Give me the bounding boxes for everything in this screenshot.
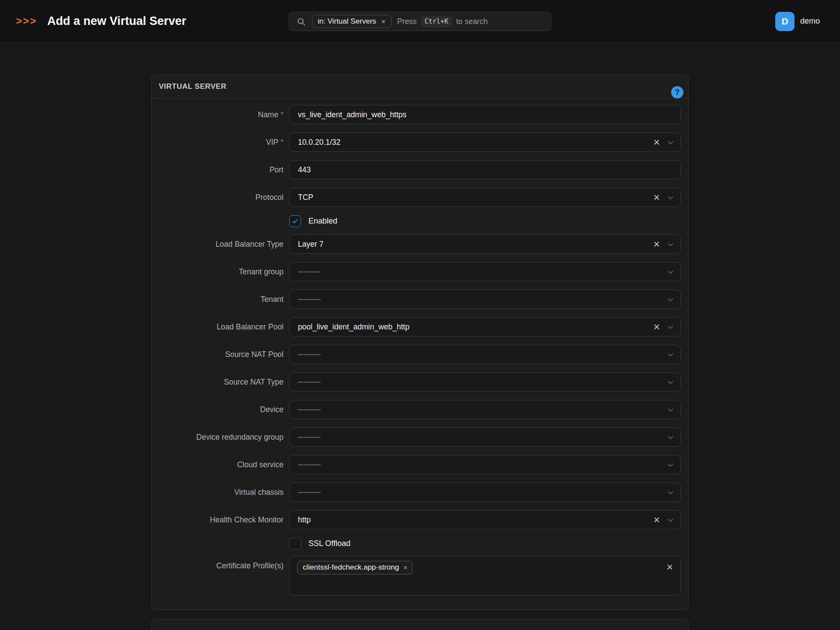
label-text: Source NAT Type [224,378,284,386]
page-title: Add a new Virtual Server [47,14,186,28]
tenant-group-select[interactable]: --------- [289,262,681,281]
clear-icon[interactable]: ✕ [652,240,662,248]
label-text: Source NAT Pool [225,350,284,359]
virtual-chassis-value: --------- [298,488,662,497]
health-check-monitor-select[interactable]: http ✕ [289,510,681,529]
label-text: Device [260,405,284,414]
main-content: ? VIRTUAL SERVER Name* VIP* 10.0.20.1/32… [0,75,840,630]
field-row-name: Name* [152,105,681,124]
clear-icon[interactable]: ✕ [652,193,662,202]
cloud-service-select[interactable]: --------- [289,455,681,474]
chevron-down-icon[interactable] [667,434,674,441]
help-icon[interactable]: ? [671,86,683,98]
chevron-down-icon[interactable] [667,296,674,303]
snat-type-select[interactable]: --------- [289,372,681,392]
remove-chip-icon[interactable]: ✕ [403,564,408,571]
chevron-down-icon[interactable] [667,241,674,248]
field-row-vip: VIP* 10.0.20.1/32 ✕ [152,133,681,152]
panel-title: VIRTUAL SERVER [152,75,688,98]
name-input[interactable] [289,105,681,124]
field-row-snat-pool: Source NAT Pool --------- [152,345,681,364]
chevron-down-icon[interactable] [667,461,674,469]
chevron-down-icon[interactable] [667,406,674,413]
field-row-tenant-group: Tenant group --------- [152,262,681,281]
label-text: VIP [266,138,278,147]
device-select[interactable]: --------- [289,400,681,419]
snat-type-value: --------- [298,378,662,387]
port-input[interactable] [289,160,681,179]
search-scope-chip[interactable]: in: Virtual Servers ✕ [312,15,392,28]
field-row-lb-pool: Load Balancer Pool pool_live_ident_admin… [152,317,681,336]
label-text: Load Balancer Pool [217,322,284,331]
field-label: Tenant [152,295,284,304]
health-check-monitor-value: http [298,515,652,525]
tenant-select[interactable]: --------- [289,290,681,309]
lb-pool-select[interactable]: pool_live_ident_admin_web_http ✕ [289,317,681,336]
chevron-down-icon[interactable] [667,323,674,331]
clear-all-icon[interactable]: ✕ [666,562,673,572]
field-row-health-check-monitor: Health Check Monitor http ✕ [152,510,681,529]
panel-body: Name* VIP* 10.0.20.1/32 ✕ Port Protocol [152,98,688,609]
field-label: Health Check Monitor [152,515,284,525]
certificate-profile-chip[interactable]: clientssl-fedcheck.app-strong ✕ [297,561,413,574]
remove-scope-icon[interactable]: ✕ [381,18,386,25]
label-text: Virtual chassis [234,488,284,497]
chevron-down-icon[interactable] [667,139,674,146]
search-scope-label: in: Virtual Servers [318,17,376,26]
certificate-profiles-multiselect[interactable]: clientssl-fedcheck.app-strong ✕ ✕ [289,556,681,595]
ssl-offload-label: SSL Offload [308,539,350,548]
protocol-select[interactable]: TCP ✕ [289,188,681,207]
label-text: Name [258,110,279,119]
field-label: Device redundancy group [152,433,284,442]
label-text: Health Check Monitor [210,515,284,524]
lb-pool-value: pool_live_ident_admin_web_http [298,322,652,332]
chevron-down-icon[interactable] [667,268,674,276]
chevron-down-icon[interactable] [667,489,674,496]
label-text: Protocol [256,193,284,202]
clear-icon[interactable]: ✕ [652,323,662,331]
lb-type-select[interactable]: Layer 7 ✕ [289,234,681,254]
chevron-down-icon[interactable] [667,194,674,201]
enabled-label: Enabled [308,217,337,226]
global-search-input[interactable]: in: Virtual Servers ✕ Press Ctrl+K to se… [289,12,551,31]
snat-pool-select[interactable]: --------- [289,345,681,364]
field-label: Device [152,405,284,414]
tenant-value: --------- [298,295,662,304]
device-redundancy-group-select[interactable]: --------- [289,427,681,447]
field-row-device: Device --------- [152,400,681,419]
field-row-lb-type: Load Balancer Type Layer 7 ✕ [152,234,681,254]
enabled-checkbox[interactable] [289,215,301,227]
clear-icon[interactable]: ✕ [652,138,662,147]
label-text: Port [270,165,284,174]
avatar[interactable]: D [775,12,794,31]
ssl-offload-checkbox[interactable] [289,538,301,550]
field-label: Cloud service [152,460,284,469]
search-hint-suffix: to search [456,17,488,26]
label-text: Cloud service [237,460,284,469]
snat-pool-value: --------- [298,350,662,359]
label-text: Tenant [260,295,284,304]
field-label: Name* [152,110,284,119]
field-row-snat-type: Source NAT Type --------- [152,372,681,392]
chevron-down-icon[interactable] [667,516,674,524]
clear-icon[interactable]: ✕ [652,516,662,524]
vip-select[interactable]: 10.0.20.1/32 ✕ [289,133,681,152]
device-value: --------- [298,405,662,414]
user-menu[interactable]: D demo [775,0,820,42]
field-label: Port [152,165,284,175]
chevron-down-icon[interactable] [667,378,674,386]
field-row-virtual-chassis: Virtual chassis --------- [152,483,681,502]
virtual-chassis-select[interactable]: --------- [289,483,681,502]
cloud-service-value: --------- [298,460,662,469]
tenant-group-value: --------- [298,267,662,276]
chevron-down-icon[interactable] [667,351,674,358]
field-row-enabled: Enabled [289,215,681,227]
required-asterisk: * [280,110,284,119]
device-redundancy-group-value: --------- [298,433,662,442]
field-row-ssl-offload: SSL Offload [289,538,681,550]
label-text: Certificate Profile(s) [216,561,284,570]
protocol-value: TCP [298,193,652,202]
field-row-device-redundancy-group: Device redundancy group --------- [152,427,681,447]
app-logo[interactable]: >>> [16,15,37,27]
search-hint-press: Press [397,17,417,26]
